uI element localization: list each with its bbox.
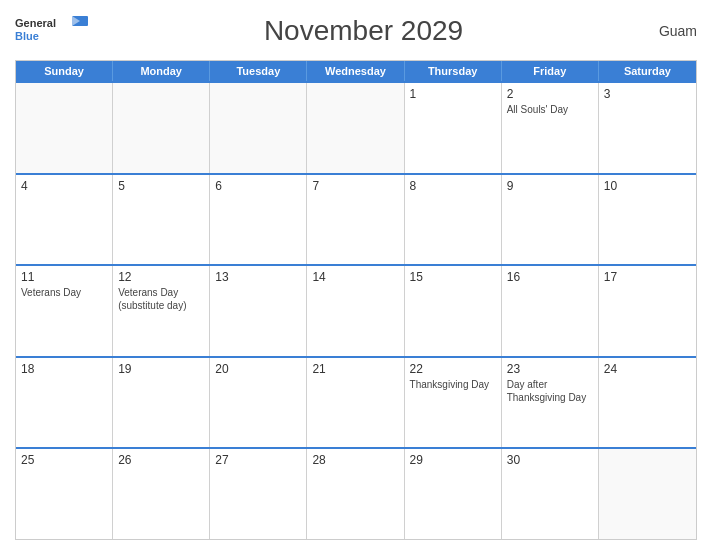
day-number: 27 <box>215 453 301 467</box>
calendar-cell: 9 <box>502 175 599 265</box>
calendar: Sunday Monday Tuesday Wednesday Thursday… <box>15 60 697 540</box>
svg-text:Blue: Blue <box>15 30 39 42</box>
day-number: 25 <box>21 453 107 467</box>
calendar-cell: 17 <box>599 266 696 356</box>
day-number: 23 <box>507 362 593 376</box>
calendar-cell: 10 <box>599 175 696 265</box>
calendar-cell: 28 <box>307 449 404 539</box>
day-number: 1 <box>410 87 496 101</box>
day-number: 13 <box>215 270 301 284</box>
calendar-cell: 7 <box>307 175 404 265</box>
calendar-header: Sunday Monday Tuesday Wednesday Thursday… <box>16 61 696 81</box>
day-number: 30 <box>507 453 593 467</box>
calendar-cell: 6 <box>210 175 307 265</box>
calendar-cell: 15 <box>405 266 502 356</box>
day-number: 24 <box>604 362 691 376</box>
day-number: 19 <box>118 362 204 376</box>
calendar-cell: 1 <box>405 83 502 173</box>
day-number: 29 <box>410 453 496 467</box>
weekday-monday: Monday <box>113 61 210 81</box>
day-number: 11 <box>21 270 107 284</box>
day-number: 28 <box>312 453 398 467</box>
calendar-body: 12All Souls' Day34567891011Veterans Day1… <box>16 81 696 539</box>
calendar-cell: 24 <box>599 358 696 448</box>
calendar-cell: 27 <box>210 449 307 539</box>
day-event: Veterans Day (substitute day) <box>118 286 204 312</box>
week-3: 11Veterans Day12Veterans Day (substitute… <box>16 264 696 356</box>
calendar-cell: 5 <box>113 175 210 265</box>
calendar-cell: 2All Souls' Day <box>502 83 599 173</box>
calendar-cell <box>599 449 696 539</box>
calendar-cell: 19 <box>113 358 210 448</box>
day-number: 4 <box>21 179 107 193</box>
day-number: 9 <box>507 179 593 193</box>
calendar-cell <box>16 83 113 173</box>
weekday-saturday: Saturday <box>599 61 696 81</box>
calendar-cell: 12Veterans Day (substitute day) <box>113 266 210 356</box>
day-number: 2 <box>507 87 593 101</box>
header: General Blue November 2029 Guam <box>15 10 697 52</box>
day-number: 8 <box>410 179 496 193</box>
logo-content: General Blue <box>15 14 90 48</box>
calendar-cell: 11Veterans Day <box>16 266 113 356</box>
logo: General Blue <box>15 14 90 48</box>
day-number: 18 <box>21 362 107 376</box>
day-event: Veterans Day <box>21 286 107 299</box>
calendar-page: General Blue November 2029 Guam Sunday M… <box>0 0 712 550</box>
week-2: 45678910 <box>16 173 696 265</box>
week-4: 1819202122Thanksgiving Day23Day after Th… <box>16 356 696 448</box>
day-number: 22 <box>410 362 496 376</box>
calendar-cell: 23Day after Thanksgiving Day <box>502 358 599 448</box>
calendar-cell: 13 <box>210 266 307 356</box>
day-number: 3 <box>604 87 691 101</box>
weekday-tuesday: Tuesday <box>210 61 307 81</box>
weekday-friday: Friday <box>502 61 599 81</box>
day-number: 21 <box>312 362 398 376</box>
calendar-cell: 16 <box>502 266 599 356</box>
day-number: 12 <box>118 270 204 284</box>
day-number: 17 <box>604 270 691 284</box>
svg-text:General: General <box>15 17 56 29</box>
weekday-wednesday: Wednesday <box>307 61 404 81</box>
calendar-cell: 26 <box>113 449 210 539</box>
calendar-cell <box>210 83 307 173</box>
day-number: 10 <box>604 179 691 193</box>
calendar-cell: 22Thanksgiving Day <box>405 358 502 448</box>
month-title: November 2029 <box>90 15 637 47</box>
day-number: 7 <box>312 179 398 193</box>
weekday-sunday: Sunday <box>16 61 113 81</box>
week-5: 252627282930 <box>16 447 696 539</box>
calendar-cell: 3 <box>599 83 696 173</box>
day-event: Day after Thanksgiving Day <box>507 378 593 404</box>
day-number: 26 <box>118 453 204 467</box>
day-number: 14 <box>312 270 398 284</box>
day-number: 6 <box>215 179 301 193</box>
region-label: Guam <box>637 23 697 39</box>
calendar-cell: 18 <box>16 358 113 448</box>
day-number: 5 <box>118 179 204 193</box>
calendar-cell: 14 <box>307 266 404 356</box>
calendar-cell: 25 <box>16 449 113 539</box>
calendar-cell: 29 <box>405 449 502 539</box>
day-event: Thanksgiving Day <box>410 378 496 391</box>
day-number: 16 <box>507 270 593 284</box>
calendar-cell: 30 <box>502 449 599 539</box>
calendar-cell <box>307 83 404 173</box>
week-1: 12All Souls' Day3 <box>16 81 696 173</box>
calendar-cell <box>113 83 210 173</box>
calendar-cell: 4 <box>16 175 113 265</box>
calendar-cell: 8 <box>405 175 502 265</box>
calendar-cell: 21 <box>307 358 404 448</box>
day-number: 15 <box>410 270 496 284</box>
weekday-thursday: Thursday <box>405 61 502 81</box>
day-event: All Souls' Day <box>507 103 593 116</box>
calendar-cell: 20 <box>210 358 307 448</box>
day-number: 20 <box>215 362 301 376</box>
